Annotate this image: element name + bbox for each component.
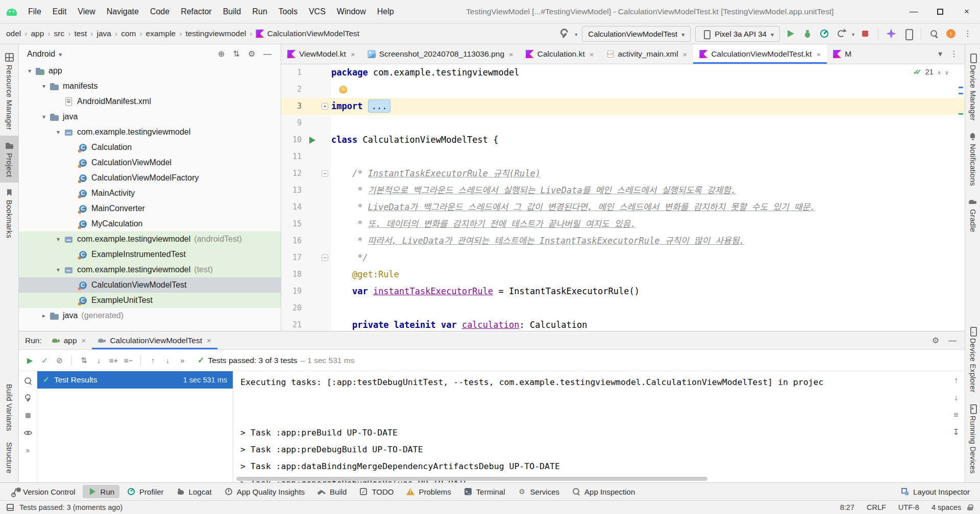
tree-expand-arrow[interactable]: ▾ [53,236,64,243]
toolwindow-button[interactable]: Terminal [458,485,510,498]
close-tab-icon[interactable]: × [816,50,821,59]
scroll-down[interactable]: ↓ [954,394,958,402]
separator[interactable] [71,355,72,366]
code-line[interactable]: 13 * 기본적으로 백그라운드 스레드에서 실행되는 LiveData를 메인… [281,182,965,199]
code-line[interactable]: 21 private lateinit var calculation: Cal… [281,317,965,331]
show-hidden-tabs[interactable]: ▾ [938,50,942,58]
menu-item[interactable]: Window [331,5,372,19]
menu-item[interactable]: Help [372,5,400,19]
menu-item[interactable]: VCS [303,5,331,19]
previous-failed-test[interactable]: ↑ [146,356,160,365]
close-tab-icon[interactable]: × [351,50,355,59]
tool-stripe-button[interactable]: Project [0,136,18,183]
close-tab-icon[interactable]: × [590,50,594,59]
menu-item[interactable]: Code [144,5,175,19]
scroll-to-end[interactable]: ↧ [952,428,959,436]
status-widget[interactable]: UTF-8 [898,503,919,511]
editor-options[interactable]: ⋮ [950,50,958,58]
breadcrumb-item[interactable]: test [74,29,96,38]
debug-button[interactable] [801,28,814,40]
code-line[interactable]: 11 [281,148,965,165]
status-widget[interactable]: 8:27 [840,503,854,511]
tree-row[interactable]: MyCalculation [19,216,281,232]
tree-row[interactable]: ▾ com.example.testingviewmodel [19,124,281,140]
code-line[interactable]: 17− */ [281,249,965,266]
editor-tab[interactable]: activity_main.xml × [600,44,694,64]
menu-item[interactable]: Tools [273,5,303,19]
tree-row[interactable]: ▾ manifests [19,79,281,94]
minimize-button[interactable]: — [900,0,927,23]
editor-tab[interactable]: Calculation.kt × [520,44,600,64]
tree-row[interactable]: ▾ java [19,109,281,124]
inspections-widget[interactable]: 21 [910,67,951,77]
select-opened-file[interactable]: ⊕ [218,50,225,58]
layout-inspector-button[interactable]: Layout Inspector [895,485,975,498]
tool-stripe-button[interactable]: Structure [0,436,18,479]
more-actions-icon[interactable] [962,28,974,40]
code-line[interactable]: 3+import ... [281,98,965,115]
expand-all[interactable]: ≡+ [107,356,120,365]
test-results-row[interactable]: Test Results 1 sec 531 ms [37,371,233,389]
update-available-icon[interactable] [945,28,957,40]
lock-icon[interactable] [966,503,974,511]
close-tab-icon[interactable]: × [207,336,211,345]
suspend-icon[interactable] [23,411,33,420]
tree-row[interactable]: ExampleUnitTest [19,293,281,308]
toolwindow-button[interactable]: Problems [401,485,456,498]
tool-stripe-button[interactable]: Running Devices [965,398,980,479]
project-view-selector[interactable]: Android [24,48,65,60]
tree-expand-arrow[interactable]: ▾ [38,83,50,90]
toolwindow-button[interactable]: App Quality Insights [219,485,310,498]
tool-stripe-button[interactable]: Resource Manager [0,47,18,136]
sort-by-duration[interactable]: ↓ [92,356,106,365]
chevron-down-icon[interactable] [852,29,854,38]
tree-row[interactable]: ▾ com.example.testingviewmodel (androidT… [19,232,281,247]
stop-process[interactable]: ⊘ [53,356,66,365]
stop-button[interactable] [859,28,871,40]
code-line[interactable]: 1package com.example.testingviewmodel [281,64,965,81]
breadcrumb-item[interactable]: src [54,29,75,38]
separator[interactable] [140,355,141,366]
device-select[interactable]: Pixel 3a API 34 [695,26,780,42]
menu-item[interactable]: Refactor [175,5,217,19]
scroll-up[interactable]: ↑ [954,376,958,384]
code-line[interactable]: 19 var instantTaskExecutorRule = Instant… [281,283,965,300]
search-everywhere-icon[interactable] [928,28,940,40]
intention-bulb-icon[interactable] [339,86,347,93]
breadcrumb-item[interactable]: com [121,29,145,38]
tree-expand-arrow[interactable]: ▸ [38,312,50,319]
wrench-widget-icon[interactable] [558,28,570,40]
import-test-results-icon[interactable] [23,376,33,386]
tree-row[interactable]: MainConverter [19,201,281,216]
status-widget[interactable]: 4 spaces [932,503,961,511]
tool-stripe-button[interactable]: Device Explorer [965,321,980,398]
close-tab-icon[interactable]: × [82,336,86,345]
toolwindow-button[interactable]: Version Control [5,485,81,498]
tree-expand-arrow[interactable]: ▾ [38,113,50,120]
code-line[interactable]: 15 * 또, 데이터의 변화를 감지하기 전에 테스트가 끝나버릴 여지도 있… [281,216,965,233]
run-button[interactable] [785,28,797,40]
maximize-button[interactable] [927,0,953,23]
gemini-spark-icon[interactable] [885,28,897,40]
tree-expand-arrow[interactable]: ▾ [24,67,35,74]
rerun-tests[interactable]: ▶ [23,356,37,365]
tool-stripe-button[interactable]: Gradle [965,192,980,238]
close-tab-icon[interactable]: × [683,50,688,59]
tree-row[interactable]: ExampleInstrumentedTest [19,247,281,262]
close-tab-icon[interactable]: × [509,50,513,59]
horizontal-scrollbar[interactable] [236,477,707,481]
code-line[interactable]: 14 * LiveData가 백그라운드 스레드에서 그 값이 변경된다면, 메… [281,199,965,216]
tree-row[interactable]: Calculation [19,140,281,155]
breadcrumb-item[interactable]: java [97,29,121,38]
code-editor[interactable]: 1package com.example.testingviewmodel23+… [281,64,965,331]
run-config-select[interactable]: CalculationViewModelTest [582,26,691,42]
editor-tab[interactable]: ViewModel.kt × [281,44,361,64]
menu-item[interactable]: View [72,5,101,19]
menu-item[interactable]: Navigate [101,5,144,19]
menu-item[interactable]: Build [217,5,247,19]
toolwindow-button[interactable]: Run [83,485,120,498]
breadcrumb-item[interactable]: app [31,29,54,38]
tree-row[interactable]: CalculationViewModelFactory [19,170,281,186]
sort-alphabetically[interactable]: ⇅ [77,356,91,365]
tool-stripe-button[interactable]: Bookmarks [0,183,18,244]
